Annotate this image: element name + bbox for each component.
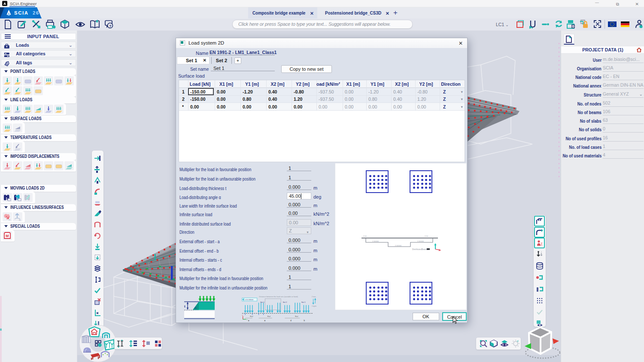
svg-text:2 tons: 2 tons xyxy=(312,296,316,298)
svg-text:1 kg/m: 1 kg/m xyxy=(312,305,316,307)
svg-text:Rail: Rail xyxy=(250,315,253,317)
svg-text:DistributedBeams: DistributedBeams xyxy=(412,248,428,250)
svg-text:a to infinite: a to infinite xyxy=(245,299,254,301)
svg-text:2.00000: 2.00000 xyxy=(395,244,402,247)
svg-text:Set 1: Set 1 xyxy=(301,301,306,303)
svg-text:t: t xyxy=(184,305,185,308)
svg-text:1.50000: 1.50000 xyxy=(372,240,379,242)
svg-text:α: α xyxy=(194,306,197,310)
svg-text:M: M xyxy=(6,234,9,238)
svg-text:Distance between the load sets: Distance between the load sets (variable… xyxy=(259,296,298,298)
svg-text:m: m xyxy=(9,218,10,221)
svg-text:1.50000: 1.50000 xyxy=(417,240,424,242)
svg-text:d: d xyxy=(290,320,292,322)
svg-text:3.50: 3.50 xyxy=(363,235,367,237)
svg-text:m: m xyxy=(19,219,21,221)
svg-text:Rail: Rail xyxy=(295,315,298,317)
svg-text:b: b xyxy=(304,320,305,322)
svg-text:z: z xyxy=(242,314,243,316)
svg-text:Rail: Rail xyxy=(267,315,270,317)
svg-text:?: ? xyxy=(109,24,112,28)
svg-text:x: x xyxy=(246,318,248,320)
svg-text:3.50: 3.50 xyxy=(425,235,428,237)
svg-text:a: a xyxy=(264,320,265,322)
svg-text:a: a xyxy=(248,320,249,322)
svg-text:Set 2: Set 2 xyxy=(283,301,287,303)
